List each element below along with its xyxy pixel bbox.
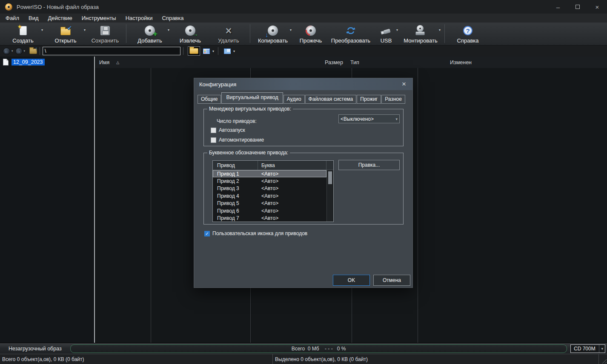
delete-cross-icon: ×	[226, 26, 232, 36]
drive-count-label: Число приводов:	[217, 118, 257, 124]
virtual-drive-manager-group: Менеджер виртуальных приводов: Число при…	[203, 109, 404, 146]
layout-dropdown[interactable]: ▾	[233, 49, 235, 53]
drive-count-value: <Выключено>	[341, 116, 374, 122]
disc-add-icon: +	[145, 26, 155, 36]
menu-help[interactable]: Справка	[157, 14, 188, 23]
table-rows: Привод 1 <Авто> Привод 2 <Авто> Привод 3…	[213, 170, 326, 222]
edit-drive-letter-button[interactable]: Правка...	[338, 160, 400, 170]
copy-button[interactable]: ↓ ▾ Копировать	[253, 23, 293, 45]
autorun-checkbox[interactable]	[211, 128, 216, 133]
tree-item-label: 12_09_2023	[11, 59, 45, 65]
address-separator	[183, 47, 183, 55]
panel-splitter[interactable]	[94, 57, 95, 343]
table-header: Привод Буква	[213, 161, 333, 170]
chevron-down-icon[interactable]: ▾	[396, 28, 398, 32]
column-grid-line	[418, 57, 418, 343]
tab-audio[interactable]: Аудио	[283, 95, 305, 104]
menu-tools[interactable]: Инструменты	[77, 14, 121, 23]
layout-button[interactable]	[223, 46, 232, 56]
chevron-down-icon[interactable]: ▾	[41, 28, 43, 32]
status-bar: Всего 0 объект(а,ов), 0 КВ (0 байт) Выде…	[0, 354, 607, 364]
close-button[interactable]: ×	[587, 0, 607, 14]
autorun-checkbox-row: Автозапуск	[211, 127, 245, 133]
help-button[interactable]: ? Справка	[447, 23, 488, 45]
column-header-size[interactable]: Размер	[246, 57, 346, 68]
toolbar-separator	[126, 24, 126, 43]
forward-button[interactable]: →	[15, 48, 23, 55]
tab-virtual-drive[interactable]: Виртуальный привод	[221, 92, 283, 104]
disc-burn-icon	[306, 26, 316, 36]
folder-tree-panel: 12_09_2023	[0, 57, 94, 343]
save-button[interactable]: Сохранить	[87, 23, 123, 45]
add-files-button[interactable]: + ▾ Добавить	[129, 23, 171, 45]
custom-icon-checkbox[interactable]: ✓	[204, 231, 210, 236]
media-type-select[interactable]: CD 700M ▾	[570, 344, 605, 353]
drive-count-select[interactable]: <Выключено> ▾	[338, 114, 400, 123]
browse-folder-button[interactable]	[188, 46, 200, 56]
capacity-progress-text: Всего 0 Мб - - - 0 %	[292, 346, 346, 352]
burn-button[interactable]: Прожечь	[293, 23, 329, 45]
table-row[interactable]: Привод 3 <Авто>	[213, 185, 326, 192]
image-progress-row: Незагрузочный образ Всего 0 Мб - - - 0 %…	[0, 343, 607, 354]
configuration-dialog: Конфигурация × Общие Виртуальный привод …	[194, 78, 413, 288]
back-button[interactable]: ←	[3, 48, 10, 55]
details-view-button[interactable]	[202, 46, 211, 56]
resize-grip[interactable]	[601, 358, 607, 364]
folder-icon	[189, 48, 198, 54]
tab-burn[interactable]: Прожиг	[357, 95, 381, 104]
menu-settings[interactable]: Настройки	[121, 14, 157, 23]
table-row[interactable]: Привод 5 <Авто>	[213, 200, 326, 207]
automount-checkbox[interactable]	[211, 137, 216, 143]
table-row[interactable]: Привод 1 <Авто>	[213, 170, 326, 177]
chevron-down-icon[interactable]: ▾	[439, 28, 441, 32]
convert-button[interactable]: Преобразовать	[329, 23, 373, 45]
column-header-name[interactable]: Имя △	[95, 57, 246, 68]
column-header-type[interactable]: Тип	[346, 57, 447, 68]
menu-view[interactable]: Вид	[24, 14, 43, 23]
automount-label: Автомонтирование	[219, 137, 264, 143]
tree-item-image-root[interactable]: 12_09_2023	[3, 59, 94, 65]
forward-history-dropdown[interactable]: ▾	[24, 49, 26, 53]
disc-extract-icon: →	[185, 26, 195, 36]
usb-button[interactable]: ▾ USB	[373, 23, 399, 45]
extract-button[interactable]: → Извлечь	[171, 23, 210, 45]
table-row[interactable]: Привод 6 <Авто>	[213, 207, 326, 214]
view-mode-dropdown[interactable]: ▾	[212, 49, 214, 53]
address-separator	[40, 47, 40, 55]
group-title: Менеджер виртуальных приводов:	[207, 106, 293, 112]
dialog-title-bar[interactable]: Конфигурация	[194, 78, 412, 90]
menu-action[interactable]: Действие	[43, 14, 77, 23]
table-row[interactable]: Привод 7 <Авто>	[213, 214, 326, 222]
new-image-button[interactable]: ★ ▾ Создать	[2, 23, 44, 45]
table-row[interactable]: Привод 4 <Авто>	[213, 192, 326, 199]
chevron-down-icon[interactable]: ▾	[84, 28, 86, 32]
dialog-close-button[interactable]: ×	[400, 80, 408, 88]
powerISO-logo-icon	[5, 3, 12, 11]
maximize-button[interactable]	[568, 0, 587, 14]
table-scrollbar[interactable]	[326, 170, 333, 222]
chevron-down-icon[interactable]: ▾	[168, 28, 169, 32]
cancel-button[interactable]: Отмена	[373, 275, 410, 286]
scrollbar-thumb[interactable]	[328, 171, 332, 184]
column-header-letter[interactable]: Буква	[258, 161, 326, 170]
tab-general[interactable]: Общие	[198, 95, 221, 104]
tab-misc[interactable]: Разное	[381, 95, 405, 104]
column-header-drive[interactable]: Привод	[213, 161, 258, 170]
back-history-dropdown[interactable]: ▾	[11, 49, 13, 53]
mount-button[interactable]: ▾ Монтировать	[399, 23, 442, 45]
open-button[interactable]: ↙ ▾ Открыть	[44, 23, 87, 45]
tab-file-system[interactable]: Файловая система	[305, 95, 357, 104]
minimize-button[interactable]: –	[548, 0, 568, 14]
ok-button[interactable]: OK	[333, 275, 370, 286]
up-folder-button[interactable]: ↑	[29, 48, 37, 54]
delete-button[interactable]: × Удалить	[210, 23, 247, 45]
maximize-icon	[576, 5, 580, 9]
column-header-modified[interactable]: Изменен	[447, 57, 513, 68]
file-icon	[3, 59, 9, 65]
table-row[interactable]: Привод 2 <Авто>	[213, 177, 326, 185]
menu-file[interactable]: Файл	[1, 14, 24, 23]
window-title: PowerISO - Новый файл образа	[17, 4, 99, 10]
chevron-down-icon[interactable]: ▾	[290, 28, 292, 32]
path-input[interactable]	[43, 47, 180, 55]
help-question-icon: ?	[463, 26, 472, 35]
